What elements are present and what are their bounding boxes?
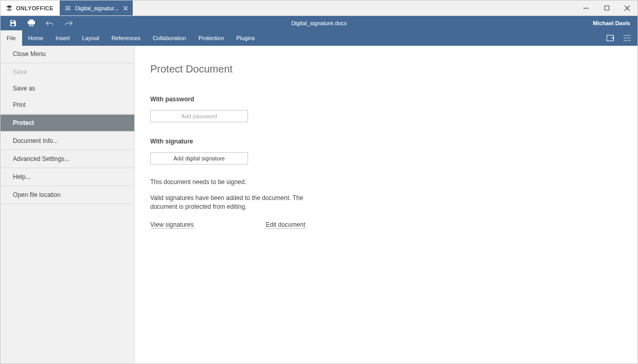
sidebar-open-file-location[interactable]: Open file location — [1, 187, 134, 203]
svg-marker-0 — [6, 5, 12, 8]
svg-rect-4 — [11, 24, 14, 26]
divider — [1, 114, 134, 114]
user-name[interactable]: Michael Davis — [593, 20, 637, 26]
view-signatures-link[interactable]: View signatures — [150, 221, 194, 229]
svg-rect-5 — [29, 20, 33, 21]
add-digital-signature-button[interactable]: Add digital signature — [150, 152, 248, 165]
valid-signatures-text: Valid signatures have been added to the … — [150, 194, 305, 211]
close-window-button[interactable] — [617, 1, 637, 16]
sidebar-save: Save — [1, 64, 134, 80]
divider — [1, 186, 134, 186]
add-password-button[interactable]: Add password — [150, 110, 248, 122]
sidebar-print[interactable]: Print — [1, 97, 134, 113]
hamburger-menu-icon[interactable] — [622, 33, 632, 43]
password-section: With password Add password — [150, 96, 637, 122]
quick-tool-strip: Digital_signature.docx Michael Davis — [1, 16, 637, 30]
onlyoffice-logo-icon — [6, 5, 13, 12]
document-tab-label: Digital_signatur... — [75, 5, 118, 11]
signature-section: With signature Add digital signature Thi… — [150, 138, 637, 229]
divider — [1, 168, 134, 168]
ribbon-tab-protection[interactable]: Protection — [192, 30, 231, 46]
quick-actions — [1, 16, 78, 30]
ribbon-tab-collaboration[interactable]: Collaboration — [147, 30, 192, 46]
title-bar: ONLYOFFICE Digital_signatur... — [1, 1, 637, 16]
protect-document-panel: Protect Document With password Add passw… — [135, 46, 637, 363]
app-brand: ONLYOFFICE — [1, 1, 60, 15]
ribbon-spacer — [261, 30, 606, 46]
undo-icon-button[interactable] — [41, 16, 59, 30]
ribbon-tab-home[interactable]: Home — [22, 30, 49, 46]
divider — [1, 132, 134, 132]
svg-rect-2 — [605, 6, 609, 10]
ribbon-tab-layout[interactable]: Layout — [76, 30, 105, 46]
svg-rect-3 — [11, 21, 14, 22]
document-title-center: Digital_signature.docx — [291, 20, 347, 26]
open-location-icon[interactable] — [606, 33, 616, 43]
ribbon-tab-plugins[interactable]: Plugins — [230, 30, 261, 46]
file-menu-sidebar: Close Menu Save Save as Print Protect Do… — [1, 46, 135, 363]
svg-rect-8 — [30, 24, 33, 25]
ribbon-tab-insert[interactable]: Insert — [49, 30, 76, 46]
sidebar-save-as[interactable]: Save as — [1, 80, 134, 97]
brand-text: ONLYOFFICE — [16, 5, 54, 11]
edit-document-link[interactable]: Edit document — [266, 221, 306, 229]
divider — [1, 150, 134, 150]
title-spacer — [133, 1, 576, 15]
sidebar-help[interactable]: Help... — [1, 169, 134, 185]
with-signature-label: With signature — [150, 138, 637, 145]
sidebar-protect[interactable]: Protect — [1, 115, 134, 131]
svg-marker-1 — [6, 8, 12, 11]
tab-close-icon[interactable] — [122, 5, 129, 11]
with-password-label: With password — [150, 96, 637, 103]
redo-icon-button[interactable] — [59, 16, 78, 30]
window-controls — [576, 1, 637, 15]
divider — [1, 204, 134, 204]
save-icon-button[interactable] — [4, 16, 22, 30]
ribbon-tab-file[interactable]: File — [1, 30, 22, 46]
svg-rect-9 — [30, 25, 33, 26]
link-row: View signatures Edit document — [150, 221, 637, 229]
svg-rect-7 — [29, 24, 33, 26]
divider — [1, 63, 134, 63]
maximize-button[interactable] — [596, 1, 617, 16]
ribbon-right-icons — [606, 30, 637, 46]
document-tab[interactable]: Digital_signatur... — [60, 1, 133, 15]
needs-sign-text: This document needs to be signed. — [150, 178, 305, 187]
minimize-button[interactable] — [576, 1, 596, 16]
hamburger-icon — [65, 5, 71, 11]
ribbon-tab-references[interactable]: References — [105, 30, 147, 46]
panel-title: Protect Document — [150, 63, 637, 75]
sidebar-advanced-settings[interactable]: Advanced Settings... — [1, 151, 134, 167]
ribbon-tabs: File Home Insert Layout References Colla… — [1, 30, 637, 46]
main-area: Close Menu Save Save as Print Protect Do… — [1, 46, 637, 363]
sidebar-close-menu[interactable]: Close Menu — [1, 46, 134, 62]
sidebar-document-info[interactable]: Document Info... — [1, 133, 134, 149]
print-icon-button[interactable] — [22, 16, 41, 30]
